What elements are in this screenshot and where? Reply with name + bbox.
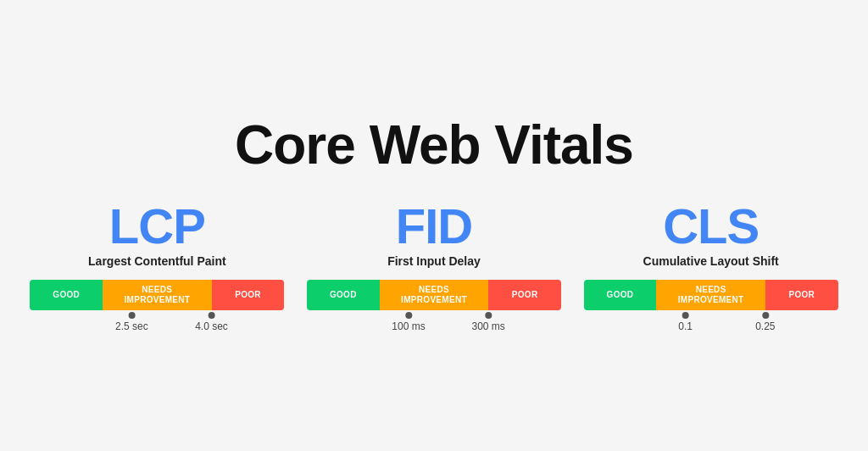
lcp-acronym: LCP: [109, 202, 205, 251]
cls-needs-segment: NEEDSIMPROVEMENT: [656, 280, 765, 310]
fid-needs-segment: NEEDSIMPROVEMENT: [380, 280, 489, 310]
fid-bar-container: GOOD NEEDSIMPROVEMENT POOR 100 ms 300 ms: [307, 280, 561, 337]
lcp-good-segment: GOOD: [30, 280, 103, 310]
cls-poor-segment: POOR: [765, 280, 838, 310]
cls-bar: GOOD NEEDSIMPROVEMENT POOR: [584, 280, 838, 310]
metric-card-fid: FID First Input Delay GOOD NEEDSIMPROVEM…: [307, 202, 561, 337]
cls-full-name: Cumulative Layout Shift: [643, 254, 779, 268]
fid-marker-2: 300 ms: [471, 312, 504, 332]
fid-good-segment: GOOD: [307, 280, 380, 310]
cls-marker-1: 0.1: [678, 312, 693, 332]
fid-acronym: FID: [396, 202, 472, 251]
lcp-dot-1: [128, 312, 135, 319]
lcp-markers: 2.5 sec 4.0 sec: [30, 312, 284, 337]
lcp-marker-1: 2.5 sec: [115, 312, 148, 332]
cls-label-2: 0.25: [755, 320, 775, 332]
fid-markers: 100 ms 300 ms: [307, 312, 561, 337]
cls-acronym: CLS: [663, 202, 759, 251]
lcp-bar-container: GOOD NEEDSIMPROVEMENT POOR 2.5 sec 4.0 s…: [30, 280, 284, 337]
lcp-full-name: Largest Contentful Paint: [88, 254, 226, 268]
lcp-label-1: 2.5 sec: [115, 320, 148, 332]
page-title: Core Web Vitals: [235, 114, 633, 176]
fid-dot-1: [405, 312, 412, 319]
cls-dot-2: [762, 312, 769, 319]
cls-marker-2: 0.25: [755, 312, 775, 332]
lcp-dot-2: [209, 312, 215, 319]
metric-card-cls: CLS Cumulative Layout Shift GOOD NEEDSIM…: [584, 202, 838, 337]
fid-poor-segment: POOR: [488, 280, 561, 310]
cls-bar-container: GOOD NEEDSIMPROVEMENT POOR 0.1 0.25: [584, 280, 838, 337]
lcp-label-2: 4.0 sec: [195, 320, 228, 332]
fid-label-1: 100 ms: [392, 320, 425, 332]
fid-marker-1: 100 ms: [392, 312, 425, 332]
cls-good-segment: GOOD: [584, 280, 657, 310]
cls-markers: 0.1 0.25: [584, 312, 838, 337]
lcp-needs-segment: NEEDSIMPROVEMENT: [103, 280, 212, 310]
metric-card-lcp: LCP Largest Contentful Paint GOOD NEEDSI…: [30, 202, 284, 337]
lcp-poor-segment: POOR: [212, 280, 285, 310]
lcp-bar: GOOD NEEDSIMPROVEMENT POOR: [30, 280, 284, 310]
fid-full-name: First Input Delay: [387, 254, 481, 268]
cls-label-1: 0.1: [678, 320, 693, 332]
cls-dot-1: [682, 312, 689, 319]
metrics-container: LCP Largest Contentful Paint GOOD NEEDSI…: [27, 202, 841, 337]
fid-dot-2: [485, 312, 492, 319]
lcp-marker-2: 4.0 sec: [195, 312, 228, 332]
fid-bar: GOOD NEEDSIMPROVEMENT POOR: [307, 280, 561, 310]
fid-label-2: 300 ms: [471, 320, 504, 332]
